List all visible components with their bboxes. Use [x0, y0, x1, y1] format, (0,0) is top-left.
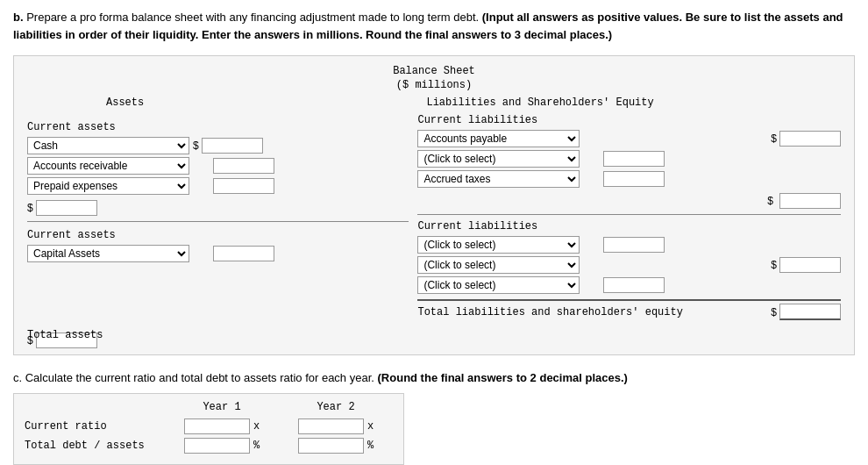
dollar-sign-rtotal: $ [771, 306, 777, 318]
liability-select-4[interactable]: (Click to select) [417, 236, 580, 254]
right-subtotal1: $ [417, 193, 841, 209]
liability-select-2[interactable]: (Click to select) Accounts payable Accru… [417, 150, 580, 168]
part-c-bold: (Round the final answers to 2 decimal pl… [378, 371, 628, 384]
asset-select-ar[interactable]: Accounts receivable Cash Prepaid expense… [27, 157, 189, 175]
ratio-current-label: Current ratio [25, 420, 165, 433]
non-current-assets-section: Current assets Capital Assets [27, 229, 409, 262]
left-subtotal1: $ [27, 200, 409, 216]
right-total-row: Total liabilities and shareholders' equi… [417, 299, 841, 320]
liability-row-5[interactable]: (Click to select) $ [417, 256, 841, 274]
part-c-text: c. Calculate the current ratio and total… [13, 371, 374, 384]
current-ratio-y1-input[interactable] [184, 418, 250, 434]
asset-select-cash[interactable]: Cash Accounts receivable Prepaid expense… [27, 137, 189, 154]
liability-row-4[interactable]: (Click to select) [417, 236, 841, 254]
current-ratio-y1-suffix: x [253, 420, 260, 433]
asset-row-capital[interactable]: Capital Assets [27, 245, 409, 262]
debt-ratio-y1-input[interactable] [184, 438, 250, 454]
ratio-debt-label: Total debt / assets [25, 440, 165, 452]
total-assets-full-row: Total assets [27, 329, 417, 341]
asset-row-prepaid[interactable]: Prepaid expenses Cash Accounts receivabl… [27, 177, 409, 195]
liability-input-ap[interactable] [779, 131, 841, 147]
ratio-current-y2[interactable]: x [279, 418, 393, 434]
liability-row-6[interactable]: (Click to select) [417, 276, 841, 294]
dollar-sign-ap: $ [771, 132, 777, 145]
liability-select-ap[interactable]: Accounts payable (Click to select) Accru… [417, 130, 580, 147]
ratio-header-row: Year 1 Year 2 [25, 401, 393, 413]
total-assets-label: Total assets [27, 329, 417, 341]
instruction-b-label: b. [13, 11, 24, 24]
ratio-empty-header [25, 401, 165, 413]
current-ratio-y2-suffix: x [367, 420, 374, 433]
ratio-current-y1[interactable]: x [165, 418, 279, 434]
asset-input-capital[interactable] [213, 246, 274, 261]
liability-select-3[interactable]: Accrued taxes Accounts payable (Click to… [417, 170, 580, 188]
assets-col-header: Assets [27, 97, 417, 109]
ratio-table: Year 1 Year 2 Current ratio x x Total de… [13, 393, 404, 465]
bs-title-text: Balance Sheet [393, 65, 475, 77]
bs-subtitle-text: ($ millions) [396, 79, 472, 91]
liability-select-5[interactable]: (Click to select) [417, 256, 580, 274]
liability-input-3[interactable] [603, 171, 665, 187]
liability-row-ap[interactable]: Accounts payable (Click to select) Accru… [417, 130, 841, 147]
bs-columns: Current assets Cash Accounts receivable … [27, 114, 841, 350]
asset-input-cash[interactable] [202, 138, 263, 154]
part-c: c. Calculate the current ratio and total… [13, 371, 855, 465]
bs-subtitle: ($ millions) [27, 79, 841, 91]
current-liabilities-header2: Current liabilities [417, 220, 841, 232]
asset-select-prepaid[interactable]: Prepaid expenses Cash Accounts receivabl… [27, 177, 189, 195]
left-subtotal1-input[interactable] [36, 200, 97, 216]
ratio-debt-y1[interactable]: % [165, 438, 279, 454]
debt-ratio-y1-suffix: % [253, 440, 260, 452]
debt-ratio-y2-input[interactable] [298, 438, 364, 454]
ratio-current-row: Current ratio x x [25, 418, 393, 434]
asset-row-ar[interactable]: Accounts receivable Cash Prepaid expense… [27, 157, 409, 175]
total-liab-input[interactable] [779, 304, 841, 320]
dollar-sign-cash: $ [193, 140, 199, 152]
current-ratio-y2-input[interactable] [298, 418, 364, 434]
ratio-debt-y2[interactable]: % [279, 438, 393, 454]
liability-row-2[interactable]: (Click to select) Accounts payable Accru… [417, 150, 841, 168]
current-liabilities-section2: Current liabilities (Click to select) (C… [417, 220, 841, 294]
liability-input-6[interactable] [603, 277, 665, 293]
current-assets-header: Current assets [27, 121, 409, 133]
liabilities-col-header: Liabilities and Shareholders' Equity [417, 97, 841, 109]
current-assets-section: Current assets Cash Accounts receivable … [27, 121, 409, 195]
liability-row-3[interactable]: Accrued taxes Accounts payable (Click to… [417, 170, 841, 188]
dollar-sign-sub1: $ [27, 202, 33, 214]
total-liab-label: Total liabilities and shareholders' equi… [417, 306, 767, 318]
liability-input-4[interactable] [603, 237, 665, 253]
right-col: Current liabilities Accounts payable (Cl… [417, 114, 841, 350]
current-assets-header2: Current assets [27, 229, 409, 241]
liability-input-2[interactable] [603, 151, 665, 167]
part-c-title: c. Calculate the current ratio and total… [13, 371, 855, 384]
instruction-bold: (Input all answers as positive values. B… [13, 11, 843, 41]
ratio-debt-row: Total debt / assets % % [25, 438, 393, 454]
current-liabilities-header: Current liabilities [417, 114, 841, 126]
dollar-sign-rsub1: $ [767, 195, 773, 207]
asset-row-cash[interactable]: Cash Accounts receivable Prepaid expense… [27, 137, 409, 154]
balance-sheet-container: Balance Sheet ($ millions) Assets Liabil… [13, 55, 855, 355]
liability-input-5[interactable] [779, 257, 841, 273]
asset-input-prepaid[interactable] [213, 178, 274, 194]
asset-input-ar[interactable] [213, 158, 274, 174]
bs-col-headers: Assets Liabilities and Shareholders' Equ… [27, 97, 841, 109]
liability-select-6[interactable]: (Click to select) [417, 276, 580, 294]
right-subtotal1-input[interactable] [779, 193, 841, 209]
bs-title: Balance Sheet [27, 65, 841, 77]
debt-ratio-y2-suffix: % [367, 440, 374, 452]
left-col: Current assets Cash Accounts receivable … [27, 114, 417, 350]
ratio-year1-header: Year 1 [165, 401, 279, 413]
instructions: b. Prepare a pro forma balance sheet wit… [13, 9, 855, 43]
dollar-sign-l5: $ [771, 259, 777, 271]
current-liabilities-section: Current liabilities Accounts payable (Cl… [417, 114, 841, 188]
asset-select-capital[interactable]: Capital Assets [27, 245, 189, 262]
ratio-year2-header: Year 2 [279, 401, 393, 413]
